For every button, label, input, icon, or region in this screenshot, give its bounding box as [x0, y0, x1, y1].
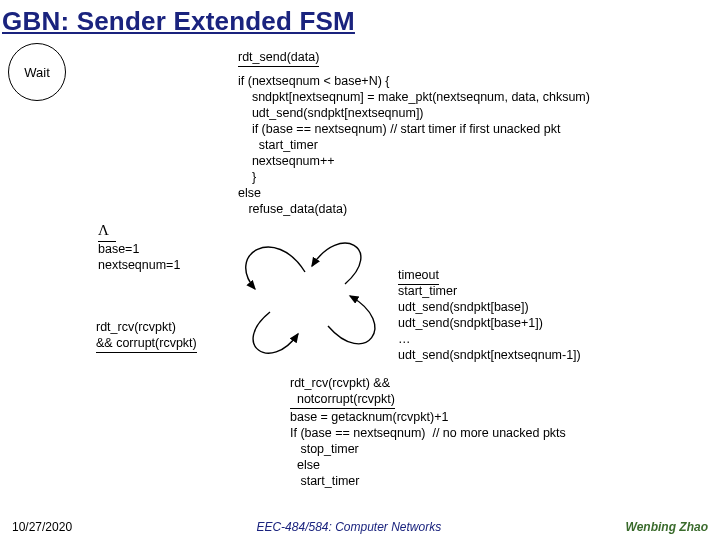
footer-author: Wenbing Zhao — [626, 520, 708, 534]
timeout-actions: start_timer udt_send(sndpkt[base]) udt_s… — [398, 283, 628, 363]
rdt-send-label: rdt_send(data) — [238, 49, 319, 67]
lambda-symbol: Λ — [98, 222, 109, 238]
rdt-send-action: if (nextseqnum < base+N) { sndpkt[nextse… — [238, 73, 658, 217]
rcv-corrupt-event: rdt_rcv(rcvpkt) && corrupt(rcvpkt) — [96, 319, 266, 356]
init-lambda: Λ — [98, 221, 116, 242]
diagram-area: rdt_send(data) if (nextseqnum < base+N) … — [0, 39, 720, 509]
footer-date: 10/27/2020 — [12, 520, 72, 534]
state-wait: Wait — [8, 43, 66, 101]
rcv-notcorrupt-label: rdt_rcv(rcvpkt) && notcorrupt(rcvpkt) — [290, 375, 395, 409]
page-title: GBN: Sender Extended FSM — [0, 0, 720, 39]
footer: 10/27/2020 EEC-484/584: Computer Network… — [0, 520, 720, 534]
init-actions: base=1 nextseqnum=1 — [98, 241, 180, 273]
rdt-send-event: rdt_send(data) — [238, 49, 319, 70]
rcv-notcorrupt-event: rdt_rcv(rcvpkt) && notcorrupt(rcvpkt) — [290, 375, 395, 412]
rcv-corrupt-label: rdt_rcv(rcvpkt) && corrupt(rcvpkt) — [96, 319, 197, 353]
rcv-ok-actions: base = getacknum(rcvpkt)+1 If (base == n… — [290, 409, 630, 489]
footer-course: EEC-484/584: Computer Networks — [256, 520, 441, 534]
